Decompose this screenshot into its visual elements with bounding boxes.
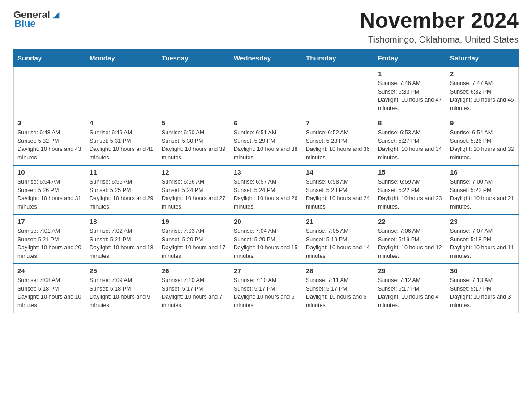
- month-title: November 2024: [360, 9, 519, 33]
- calendar-day-cell: [302, 67, 374, 116]
- logo-text-blue: Blue: [14, 18, 36, 30]
- calendar-day-cell: 26Sunrise: 7:10 AMSunset: 5:17 PMDayligh…: [158, 264, 230, 313]
- calendar-day-cell: 9Sunrise: 6:54 AMSunset: 5:26 PMDaylight…: [446, 116, 519, 165]
- day-number: 9: [450, 119, 515, 127]
- day-info: Sunrise: 6:54 AMSunset: 5:26 PMDaylight:…: [17, 178, 82, 211]
- day-info: Sunrise: 6:54 AMSunset: 5:26 PMDaylight:…: [450, 128, 515, 162]
- weekday-header-thursday: Thursday: [302, 49, 374, 67]
- day-number: 1: [378, 70, 442, 77]
- day-number: 10: [17, 168, 82, 176]
- calendar-week-row: 3Sunrise: 6:48 AMSunset: 5:32 PMDaylight…: [14, 116, 519, 165]
- day-info: Sunrise: 6:58 AMSunset: 5:23 PMDaylight:…: [306, 178, 370, 211]
- day-number: 24: [17, 267, 82, 274]
- day-number: 4: [90, 119, 154, 127]
- calendar-day-cell: 14Sunrise: 6:58 AMSunset: 5:23 PMDayligh…: [302, 165, 374, 214]
- day-number: 22: [378, 218, 442, 225]
- day-number: 3: [17, 119, 82, 127]
- day-number: 27: [234, 267, 298, 274]
- day-info: Sunrise: 6:48 AMSunset: 5:32 PMDaylight:…: [17, 128, 82, 162]
- day-number: 18: [90, 218, 154, 225]
- calendar-day-cell: 24Sunrise: 7:08 AMSunset: 5:18 PMDayligh…: [14, 264, 86, 313]
- day-info: Sunrise: 7:13 AMSunset: 5:17 PMDaylight:…: [450, 276, 515, 310]
- day-info: Sunrise: 6:50 AMSunset: 5:30 PMDaylight:…: [162, 128, 226, 162]
- day-number: 14: [306, 168, 370, 176]
- calendar-day-cell: [230, 67, 302, 116]
- day-info: Sunrise: 6:52 AMSunset: 5:28 PMDaylight:…: [306, 128, 370, 162]
- calendar-day-cell: 28Sunrise: 7:11 AMSunset: 5:17 PMDayligh…: [302, 264, 374, 313]
- day-info: Sunrise: 7:06 AMSunset: 5:19 PMDaylight:…: [378, 227, 442, 261]
- calendar-day-cell: 15Sunrise: 6:59 AMSunset: 5:22 PMDayligh…: [374, 165, 446, 214]
- day-info: Sunrise: 7:10 AMSunset: 5:17 PMDaylight:…: [234, 276, 298, 310]
- day-number: 26: [162, 267, 226, 274]
- day-number: 2: [450, 70, 515, 77]
- day-info: Sunrise: 7:10 AMSunset: 5:17 PMDaylight:…: [162, 276, 226, 310]
- title-block: November 2024 Tishomingo, Oklahoma, Unit…: [360, 9, 519, 45]
- calendar-day-cell: 25Sunrise: 7:09 AMSunset: 5:18 PMDayligh…: [86, 264, 158, 313]
- day-info: Sunrise: 7:09 AMSunset: 5:18 PMDaylight:…: [90, 276, 154, 310]
- calendar-day-cell: [14, 67, 86, 116]
- day-info: Sunrise: 7:01 AMSunset: 5:21 PMDaylight:…: [17, 227, 82, 261]
- calendar-week-row: 24Sunrise: 7:08 AMSunset: 5:18 PMDayligh…: [14, 264, 519, 313]
- day-info: Sunrise: 6:56 AMSunset: 5:24 PMDaylight:…: [162, 178, 226, 211]
- day-info: Sunrise: 7:08 AMSunset: 5:18 PMDaylight:…: [17, 276, 82, 310]
- page-header: General Blue November 2024 Tishomingo, O…: [13, 9, 519, 45]
- weekday-header-tuesday: Tuesday: [158, 49, 230, 67]
- calendar-day-cell: 6Sunrise: 6:51 AMSunset: 5:29 PMDaylight…: [230, 116, 302, 165]
- day-info: Sunrise: 6:55 AMSunset: 5:25 PMDaylight:…: [90, 178, 154, 211]
- calendar-day-cell: 21Sunrise: 7:05 AMSunset: 5:19 PMDayligh…: [302, 214, 374, 264]
- calendar-day-cell: 4Sunrise: 6:49 AMSunset: 5:31 PMDaylight…: [86, 116, 158, 165]
- day-number: 8: [378, 119, 442, 127]
- day-info: Sunrise: 7:46 AMSunset: 6:33 PMDaylight:…: [378, 79, 442, 113]
- day-info: Sunrise: 7:05 AMSunset: 5:19 PMDaylight:…: [306, 227, 370, 261]
- calendar-day-cell: 3Sunrise: 6:48 AMSunset: 5:32 PMDaylight…: [14, 116, 86, 165]
- logo: General Blue: [13, 9, 61, 30]
- calendar-day-cell: 5Sunrise: 6:50 AMSunset: 5:30 PMDaylight…: [158, 116, 230, 165]
- calendar-day-cell: 8Sunrise: 6:53 AMSunset: 5:27 PMDaylight…: [374, 116, 446, 165]
- calendar-day-cell: 23Sunrise: 7:07 AMSunset: 5:18 PMDayligh…: [446, 214, 519, 264]
- day-info: Sunrise: 6:49 AMSunset: 5:31 PMDaylight:…: [90, 128, 154, 162]
- day-number: 6: [234, 119, 298, 127]
- day-number: 5: [162, 119, 226, 127]
- day-number: 15: [378, 168, 442, 176]
- calendar-day-cell: 12Sunrise: 6:56 AMSunset: 5:24 PMDayligh…: [158, 165, 230, 214]
- calendar-week-row: 17Sunrise: 7:01 AMSunset: 5:21 PMDayligh…: [14, 214, 519, 264]
- day-number: 11: [90, 168, 154, 176]
- day-info: Sunrise: 7:02 AMSunset: 5:21 PMDaylight:…: [90, 227, 154, 261]
- calendar-table: SundayMondayTuesdayWednesdayThursdayFrid…: [13, 49, 519, 313]
- day-number: 7: [306, 119, 370, 127]
- day-number: 28: [306, 267, 370, 274]
- day-number: 16: [450, 168, 515, 176]
- weekday-header-friday: Friday: [374, 49, 446, 67]
- weekday-header-row: SundayMondayTuesdayWednesdayThursdayFrid…: [14, 49, 519, 67]
- svg-marker-0: [53, 12, 60, 19]
- day-info: Sunrise: 7:03 AMSunset: 5:20 PMDaylight:…: [162, 227, 226, 261]
- calendar-day-cell: 18Sunrise: 7:02 AMSunset: 5:21 PMDayligh…: [86, 214, 158, 264]
- day-info: Sunrise: 6:57 AMSunset: 5:24 PMDaylight:…: [234, 178, 298, 211]
- calendar-day-cell: 17Sunrise: 7:01 AMSunset: 5:21 PMDayligh…: [14, 214, 86, 264]
- weekday-header-wednesday: Wednesday: [230, 49, 302, 67]
- day-number: 12: [162, 168, 226, 176]
- calendar-week-row: 10Sunrise: 6:54 AMSunset: 5:26 PMDayligh…: [14, 165, 519, 214]
- day-info: Sunrise: 7:47 AMSunset: 6:32 PMDaylight:…: [450, 79, 515, 113]
- calendar-day-cell: 30Sunrise: 7:13 AMSunset: 5:17 PMDayligh…: [446, 264, 519, 313]
- day-info: Sunrise: 7:12 AMSunset: 5:17 PMDaylight:…: [378, 276, 442, 310]
- weekday-header-sunday: Sunday: [14, 49, 86, 67]
- calendar-day-cell: 16Sunrise: 7:00 AMSunset: 5:22 PMDayligh…: [446, 165, 519, 214]
- day-number: 13: [234, 168, 298, 176]
- day-number: 30: [450, 267, 515, 274]
- day-number: 19: [162, 218, 226, 225]
- calendar-day-cell: 13Sunrise: 6:57 AMSunset: 5:24 PMDayligh…: [230, 165, 302, 214]
- calendar-day-cell: 2Sunrise: 7:47 AMSunset: 6:32 PMDaylight…: [446, 67, 519, 116]
- day-info: Sunrise: 7:00 AMSunset: 5:22 PMDaylight:…: [450, 178, 515, 211]
- location-subtitle: Tishomingo, Oklahoma, United States: [360, 34, 519, 45]
- day-info: Sunrise: 7:04 AMSunset: 5:20 PMDaylight:…: [234, 227, 298, 261]
- day-info: Sunrise: 7:07 AMSunset: 5:18 PMDaylight:…: [450, 227, 515, 261]
- calendar-week-row: 1Sunrise: 7:46 AMSunset: 6:33 PMDaylight…: [14, 67, 519, 116]
- logo-triangle-icon: [51, 10, 61, 20]
- calendar-day-cell: 27Sunrise: 7:10 AMSunset: 5:17 PMDayligh…: [230, 264, 302, 313]
- calendar-day-cell: [158, 67, 230, 116]
- day-info: Sunrise: 6:51 AMSunset: 5:29 PMDaylight:…: [234, 128, 298, 162]
- calendar-day-cell: 29Sunrise: 7:12 AMSunset: 5:17 PMDayligh…: [374, 264, 446, 313]
- day-number: 25: [90, 267, 154, 274]
- calendar-day-cell: 20Sunrise: 7:04 AMSunset: 5:20 PMDayligh…: [230, 214, 302, 264]
